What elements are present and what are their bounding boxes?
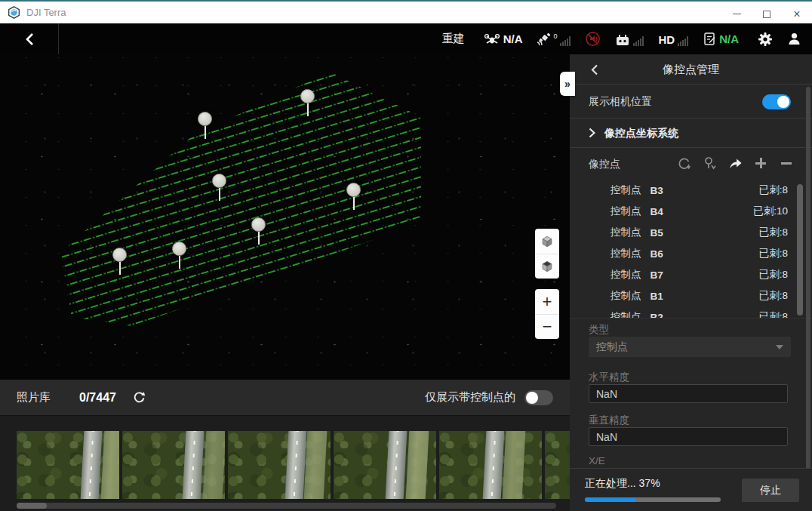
3d-viewport[interactable]: + − — [0, 54, 570, 380]
horizontal-accuracy-input[interactable] — [589, 384, 788, 403]
main-area: + − 照片库 0/7447 仅展示带控制点的 — [0, 54, 570, 511]
refresh-icon — [133, 391, 146, 404]
model-view-button[interactable] — [535, 229, 559, 254]
no-signal-icon[interactable] — [585, 31, 601, 47]
gcp-marker[interactable] — [251, 217, 266, 245]
photo-thumbnail[interactable] — [334, 431, 436, 499]
gcp-list-item[interactable]: 控制点 B2 已刺:8 — [570, 306, 812, 319]
point-name: B4 — [651, 206, 663, 217]
remote-controller-status[interactable] — [615, 32, 644, 46]
import-pin-button[interactable] — [702, 155, 717, 171]
photo-thumbnail[interactable] — [545, 431, 570, 499]
health-check-status[interactable]: N/A — [703, 32, 739, 46]
show-camera-toggle[interactable] — [762, 94, 791, 109]
refresh-button[interactable] — [133, 391, 146, 404]
minimize-button[interactable] — [721, 3, 752, 25]
gcp-marker[interactable] — [346, 183, 361, 210]
gcp-list-item[interactable]: 控制点 B4 已刺:10 — [570, 201, 812, 222]
marker-stem — [258, 232, 260, 245]
thumbnail-scrollbar[interactable] — [17, 503, 556, 509]
progress-bar-fill — [585, 497, 635, 502]
add-point-button[interactable] — [753, 155, 768, 171]
close-icon: × — [793, 8, 800, 20]
photo-thumbnail[interactable] — [17, 431, 119, 499]
gcp-marker[interactable] — [197, 112, 213, 139]
rebuild-button[interactable]: 重建 — [442, 32, 465, 46]
marker-stem — [353, 197, 355, 210]
remove-point-button[interactable] — [779, 155, 794, 171]
rc-signal-bars-icon — [633, 36, 644, 46]
xe-label: X/E — [589, 455, 605, 466]
back-button[interactable] — [17, 29, 42, 49]
toggle-knob — [777, 96, 789, 108]
gnss-status[interactable]: 0 — [537, 32, 571, 46]
gcp-marker[interactable] — [211, 174, 227, 201]
gcp-list-scrollbar[interactable] — [797, 184, 803, 316]
photo-counter: 0/7447 — [79, 391, 116, 405]
aircraft-status-value: N/A — [503, 32, 523, 46]
sync-button[interactable] — [676, 155, 691, 171]
point-type: 控制点 — [611, 289, 641, 303]
point-status: 已刺:8 — [759, 289, 788, 303]
photo-thumbnail[interactable] — [122, 431, 225, 499]
photo-thumbnail[interactable] — [439, 431, 542, 499]
vertical-accuracy-input[interactable] — [589, 427, 788, 446]
vertical-accuracy-label: 垂直精度 — [589, 414, 629, 427]
pointcloud-view-button[interactable] — [535, 254, 559, 279]
gcp-list-item[interactable]: 控制点 B3 已刺:8 — [570, 180, 812, 201]
close-button[interactable]: × — [782, 3, 812, 25]
minus-icon: − — [543, 319, 552, 335]
export-share-icon — [727, 156, 743, 170]
add-icon — [755, 158, 766, 168]
gcp-section-header: 像控点 — [570, 148, 812, 180]
stop-button[interactable]: 停止 — [742, 479, 799, 502]
cube-light-icon — [540, 234, 555, 249]
gcp-list-item[interactable]: 控制点 B7 已刺:8 — [570, 264, 812, 285]
type-dropdown[interactable]: 控制点 — [589, 337, 791, 357]
gcp-marker[interactable] — [112, 248, 128, 275]
thumbnail-scrollbar-thumb[interactable] — [17, 503, 47, 509]
flight-lines-point-cloud — [0, 54, 570, 380]
toolbar-divider — [58, 23, 59, 54]
plus-icon: + — [543, 294, 552, 310]
zoom-out-button[interactable]: − — [535, 314, 559, 339]
coord-system-row[interactable]: 像控点坐标系统 — [570, 119, 812, 148]
panel-header: 像控点管理 — [570, 54, 812, 85]
gcp-list-item[interactable]: 控制点 B1 已刺:8 — [570, 285, 812, 306]
zoom-in-button[interactable]: + — [535, 289, 559, 314]
gcp-list-item[interactable]: 控制点 B5 已刺:8 — [570, 222, 812, 243]
panel-collapse-handle[interactable]: » — [560, 72, 575, 96]
marker-head-icon — [172, 242, 186, 256]
minimize-icon — [733, 14, 741, 14]
hd-transmission-status[interactable]: HD — [658, 32, 688, 46]
gcp-marker[interactable] — [300, 89, 315, 116]
back-chevron-icon — [25, 32, 35, 46]
remote-controller-icon — [615, 33, 630, 46]
marker-head-icon — [300, 89, 315, 103]
top-toolbar: 重建 N/A — [0, 23, 812, 54]
marker-stem — [205, 126, 206, 139]
panel-scrollbar[interactable] — [806, 87, 810, 473]
marker-stem — [179, 256, 180, 269]
maximize-button[interactable] — [752, 3, 782, 25]
point-type: 控制点 — [611, 247, 641, 260]
sync-icon — [677, 156, 691, 171]
toggle-knob — [526, 392, 538, 404]
gcp-marker[interactable] — [171, 242, 187, 269]
filter-gcp-toggle[interactable] — [524, 390, 553, 405]
marker-head-icon — [346, 183, 361, 197]
horizontal-accuracy-label: 水平精度 — [589, 371, 629, 384]
gcp-list-item[interactable]: 控制点 B6 已刺:8 — [570, 243, 812, 264]
health-check-icon — [703, 32, 716, 46]
user-icon[interactable] — [787, 32, 801, 46]
thumbnail-strip — [0, 415, 570, 511]
view-mode-tools — [535, 229, 559, 279]
progress-bar — [585, 497, 721, 502]
hd-label: HD — [658, 34, 675, 46]
aircraft-status[interactable]: N/A — [484, 32, 523, 46]
settings-gear-icon[interactable] — [758, 32, 773, 47]
cube-dark-icon — [540, 259, 555, 274]
point-type: 控制点 — [611, 205, 641, 218]
photo-thumbnail[interactable] — [228, 431, 331, 499]
export-share-button[interactable] — [727, 155, 743, 171]
